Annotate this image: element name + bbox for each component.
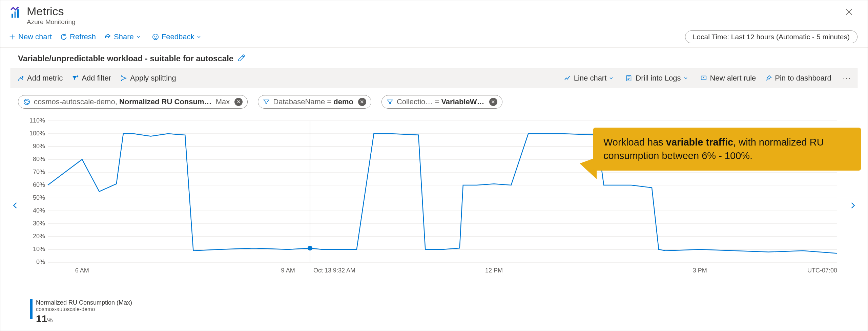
remove-pill-icon[interactable]: ✕ [358,98,366,106]
metric-pill[interactable]: cosmos-autoscale-demo, Normalized RU Con… [18,95,248,109]
legend-color-swatch [30,299,33,319]
svg-text:90%: 90% [33,143,45,150]
filter-icon [387,98,393,105]
svg-text:3 PM: 3 PM [693,267,707,274]
svg-text:40%: 40% [33,207,45,214]
metrics-icon [10,6,23,21]
cosmos-icon [23,98,30,106]
filter-collection-pill[interactable]: Collectio… = VariableW… ✕ [381,95,502,109]
svg-text:0%: 0% [36,259,45,265]
svg-point-6 [156,36,157,37]
annotation-callout: Workload has variable traffic, with norm… [593,128,861,170]
legend-title: Normalized RU Consumption (Max) [36,299,132,306]
svg-text:70%: 70% [33,169,45,175]
svg-rect-2 [17,9,19,18]
new-chart-button[interactable]: New chart [8,32,52,41]
svg-text:10%: 10% [33,246,45,252]
apply-splitting-button[interactable]: Apply splitting [120,74,176,83]
svg-text:UTC-07:00: UTC-07:00 [807,267,837,274]
svg-text:100%: 100% [29,130,45,137]
legend-value: 11% [36,313,132,325]
legend-subtitle: cosmos-autoscale-demo [36,306,132,312]
refresh-button[interactable]: Refresh [60,32,96,41]
alert-icon [700,74,707,82]
breadcrumb[interactable]: Azure Monitoring [27,18,840,26]
share-icon [104,33,111,41]
timerange-picker[interactable]: Local Time: Last 12 hours (Automatic - 5… [685,30,857,43]
add-filter-button[interactable]: Add filter [71,74,111,83]
svg-point-3 [17,7,19,8]
more-menu[interactable]: ··· [843,74,851,83]
chevron-down-icon [683,75,688,81]
refresh-icon [60,33,67,41]
remove-pill-icon[interactable]: ✕ [234,98,243,106]
close-button[interactable] [840,5,858,21]
new-alert-button[interactable]: New alert rule [700,74,756,83]
svg-text:6 AM: 6 AM [75,267,89,274]
next-chart-button[interactable] [846,199,860,212]
page-title: Metrics [27,5,840,18]
chart-legend[interactable]: Normalized RU Consumption (Max) cosmos-a… [30,299,132,325]
add-metric-button[interactable]: Add metric [17,74,63,83]
svg-text:50%: 50% [33,194,45,201]
chevron-down-icon [608,75,614,81]
chart-title: Variable/unpredictable workload - suitab… [18,54,233,63]
pin-icon [765,74,772,82]
prev-chart-button[interactable] [8,199,22,212]
svg-text:60%: 60% [33,181,45,188]
filter-plus-icon [71,74,79,82]
split-icon [120,74,127,82]
remove-pill-icon[interactable]: ✕ [489,98,497,106]
chevron-down-icon [136,34,141,40]
filter-icon [263,98,270,105]
share-button[interactable]: Share [104,32,144,41]
svg-rect-0 [12,14,13,18]
svg-text:80%: 80% [33,156,45,162]
svg-text:Oct 13 9:32 AM: Oct 13 9:32 AM [313,267,355,274]
svg-text:20%: 20% [33,233,45,240]
pin-dashboard-button[interactable]: Pin to dashboard [765,74,831,83]
svg-text:12 PM: 12 PM [485,267,503,274]
svg-text:30%: 30% [33,220,45,227]
chevron-down-icon [196,34,202,40]
logs-icon [625,74,633,82]
add-metric-icon [17,74,24,82]
svg-point-4 [153,34,159,40]
edit-title-button[interactable] [237,54,246,63]
svg-point-5 [154,36,155,37]
chart-type-dropdown[interactable]: Line chart [564,74,617,83]
svg-rect-1 [14,12,16,18]
filter-database-pill[interactable]: DatabaseName = demo ✕ [258,95,371,109]
line-chart-icon [564,74,571,82]
plus-icon [8,33,16,41]
svg-text:9 AM: 9 AM [281,267,295,274]
svg-text:110%: 110% [29,117,45,124]
smile-icon [152,33,159,41]
feedback-button[interactable]: Feedback [152,32,204,41]
svg-point-47 [308,246,312,251]
drill-logs-button[interactable]: Drill into Logs [625,74,691,83]
